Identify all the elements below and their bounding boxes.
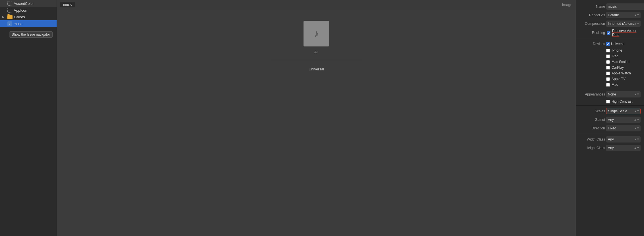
direction-select[interactable]: Fixed (606, 125, 641, 131)
apple-watch-label: Apple Watch (612, 71, 631, 75)
divider-1 (576, 39, 644, 39)
resizing-checkbox[interactable] (607, 31, 610, 35)
scales-select-wrap: Single Scale ▲▼ (606, 108, 641, 114)
height-class-label: Height Class (579, 146, 605, 150)
name-row: Name ⊕ (576, 2, 644, 11)
name-label: Name (579, 5, 605, 9)
universal-label: Universal (611, 42, 625, 46)
sidebar-item-music[interactable]: ♪ music (0, 20, 57, 27)
resizing-label: Resizing (579, 31, 605, 35)
iphone-checkbox[interactable] (606, 49, 610, 52)
render-as-select-wrap: Default ▲▼ (606, 12, 641, 18)
width-class-select-wrap: Any ▲▼ (606, 136, 641, 143)
carplay-row: CarPlay (603, 65, 644, 70)
carplay-label: CarPlay (612, 66, 624, 70)
apple-watch-row: Apple Watch (603, 70, 644, 76)
direction-row: Direction Fixed ▲▼ (576, 124, 644, 133)
gamut-select[interactable]: Any (606, 117, 641, 123)
divider-2 (576, 89, 644, 89)
sidebar-arrow: ▶ (2, 15, 6, 19)
appearances-label: Appearances (579, 92, 605, 96)
width-class-row: Width Class Any ▲▼ (576, 135, 644, 144)
colors-folder-icon (7, 15, 13, 19)
apple-tv-label: Apple TV (612, 77, 626, 81)
slot-label-all: All (314, 50, 318, 54)
carplay-checkbox[interactable] (606, 66, 610, 70)
apple-watch-checkbox[interactable] (606, 72, 610, 75)
render-as-select[interactable]: Default (606, 12, 641, 18)
compression-select[interactable]: Inherited (Automatic) (606, 21, 641, 27)
resizing-checkbox-label: Preserve Vector Data (612, 29, 641, 37)
sidebar-item-label: music (14, 22, 23, 26)
height-class-select-wrap: Any ▲▼ (606, 145, 641, 151)
ipad-row: iPad (603, 53, 644, 59)
universal-checkbox[interactable] (606, 42, 610, 46)
mac-scaled-checkbox[interactable] (606, 60, 610, 64)
divider-3 (576, 105, 644, 106)
width-class-select[interactable]: Any (606, 136, 641, 143)
mac-scaled-row: Mac Scaled (603, 59, 644, 65)
slot-label-universal: Universal (309, 67, 324, 71)
gamut-label: Gamut (579, 118, 605, 122)
compression-select-wrap: Inherited (Automatic) ▲▼ (606, 21, 641, 27)
image-slot-container: ♪ All Universal (271, 21, 362, 71)
image-label: Image (562, 3, 572, 7)
appearances-select-wrap: None ▲▼ (606, 91, 641, 97)
ipad-checkbox[interactable] (606, 54, 610, 58)
image-slot[interactable]: ♪ (304, 21, 329, 46)
scales-label: Scales (579, 109, 605, 113)
main-editor: music Image ♪ All Universal (57, 0, 576, 236)
apple-tv-checkbox[interactable] (606, 77, 610, 81)
sidebar-item-colors[interactable]: ▶ Colors (0, 14, 57, 20)
mac-scaled-label: Mac Scaled (612, 60, 629, 64)
apple-tv-row: Apple TV (603, 76, 644, 82)
devices-label: Devices (579, 42, 605, 46)
divider (271, 60, 362, 60)
right-panel: Name ⊕ Render As Default ▲▼ Compression … (576, 0, 644, 236)
appearances-select[interactable]: None (606, 91, 641, 97)
mac-label: Mac (612, 83, 618, 87)
sidebar-item-app-icon[interactable]: AppIcon (0, 7, 57, 14)
music-note-icon: ♪ (314, 28, 319, 40)
tab-label[interactable]: music (60, 2, 75, 7)
music-icon: ♪ (7, 21, 12, 26)
compression-row: Compression Inherited (Automatic) ▲▼ (576, 19, 644, 28)
appearances-row: Appearances None ▲▼ (576, 90, 644, 99)
scales-select[interactable]: Single Scale (606, 108, 641, 114)
sidebar: AccentColor AppIcon ▶ Colors Show the Is… (0, 0, 57, 236)
high-contrast-checkbox[interactable] (606, 100, 610, 103)
iphone-row: iPhone (603, 48, 644, 53)
mac-row: Mac (603, 82, 644, 88)
ipad-label: iPad (612, 54, 618, 58)
render-as-label: Render As (579, 13, 605, 17)
editor-header: music Image (57, 0, 576, 9)
height-class-row: Height Class Any ▲▼ (576, 144, 644, 152)
accent-color-icon (7, 1, 12, 6)
iphone-label: iPhone (612, 48, 622, 52)
width-class-label: Width Class (579, 137, 605, 141)
gamut-select-wrap: Any ▲▼ (606, 117, 641, 123)
mac-checkbox[interactable] (606, 83, 610, 87)
scales-row: Scales Single Scale ▲▼ (576, 107, 644, 115)
devices-universal-row: Devices Universal (576, 40, 644, 48)
name-input[interactable] (606, 3, 644, 10)
resizing-row: Resizing Preserve Vector Data (576, 28, 644, 38)
gamut-row: Gamut Any ▲▼ (576, 115, 644, 124)
sidebar-item-label: AppIcon (14, 8, 27, 13)
sidebar-item-label: AccentColor (14, 1, 34, 6)
sidebar-item-label: Colors (14, 15, 25, 19)
editor-canvas: ♪ All Universal (57, 9, 576, 236)
tooltip: Show the Issue navigator (9, 31, 53, 38)
high-contrast-row: High Contrast (603, 99, 644, 104)
direction-select-wrap: Fixed ▲▼ (606, 125, 641, 131)
height-class-select[interactable]: Any (606, 145, 641, 151)
app-icon-icon (7, 8, 12, 13)
compression-label: Compression (579, 22, 605, 26)
sidebar-item-accent-color[interactable]: AccentColor (0, 0, 57, 7)
divider-4 (576, 134, 644, 134)
high-contrast-label: High Contrast (612, 99, 632, 103)
direction-label: Direction (579, 126, 605, 130)
render-as-row: Render As Default ▲▼ (576, 11, 644, 19)
